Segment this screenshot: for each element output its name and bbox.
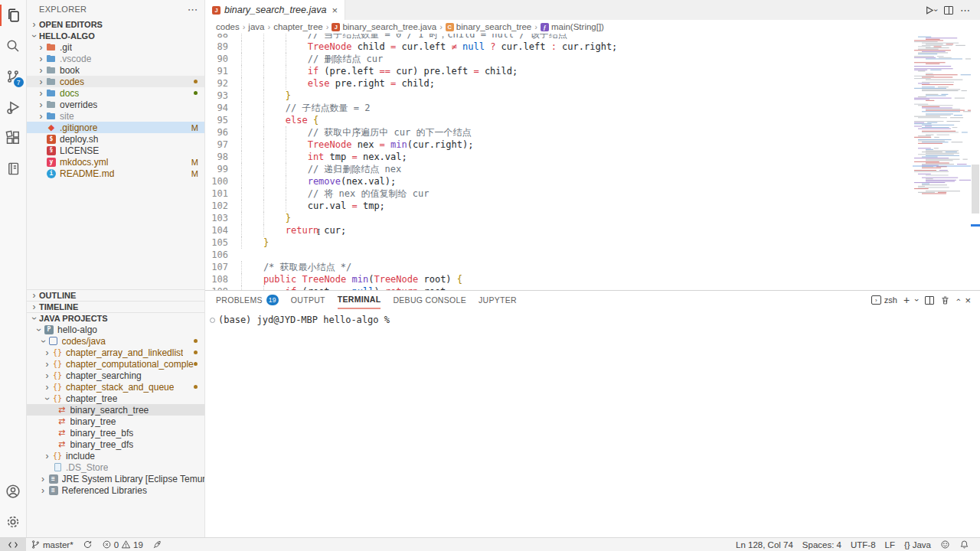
java-tree-item-chapter-computational-complexity[interactable]: ›{}chapter_computational_complexity — [27, 358, 204, 370]
java-tree-item-hello-algo[interactable]: ›Phello-algo — [27, 324, 204, 335]
java-tree-item-chapter-tree[interactable]: ›{}chapter_tree — [27, 393, 204, 404]
notebook-icon[interactable] — [0, 153, 27, 184]
breadcrumb-item[interactable]: Cbinary_search_tree — [446, 22, 531, 31]
notifications-bell-icon[interactable] — [955, 540, 974, 549]
panel-tab-output[interactable]: OUTPUT — [291, 291, 325, 309]
breadcrumb-item[interactable]: java — [248, 22, 264, 31]
code-line-99[interactable]: 99// 递归删除结点 nex — [205, 163, 980, 175]
scrollbar-thumb[interactable] — [972, 165, 979, 214]
code-line-88[interactable]: 88// 当子结点数量 = 0 / 1 时，child = null / 该子结… — [205, 34, 980, 41]
code-line-107[interactable]: 107/* 获取最小结点 */ — [205, 261, 980, 273]
java-tree-item-binary-tree-dfs[interactable]: ⇄binary_tree_dfs — [27, 439, 204, 450]
branch-status[interactable]: master* — [26, 538, 78, 551]
terminal[interactable]: (base) jyd@JYD-MBP hello-algo % — [205, 309, 980, 537]
code-line-93[interactable]: 93} — [205, 90, 980, 102]
tree-item-docs[interactable]: ›docs — [27, 87, 204, 99]
more-actions-icon[interactable]: ⋯ — [188, 3, 198, 15]
breadcrumb-item[interactable]: codes — [216, 22, 240, 31]
code-line-98[interactable]: 98int tmp = nex.val; — [205, 151, 980, 163]
code-line-91[interactable]: 91if (pre.left == cur) pre.left = child; — [205, 65, 980, 77]
account-icon[interactable] — [0, 476, 27, 507]
sync-status[interactable] — [78, 538, 97, 551]
tree-item-mkdocs-yml[interactable]: ymkdocs.ymlM — [27, 156, 204, 168]
extensions-icon[interactable] — [0, 122, 27, 153]
java-tree-item-binary-tree[interactable]: ⇄binary_tree — [27, 416, 204, 427]
java-tree-item-chapter-stack-and-queue[interactable]: ›{}chapter_stack_and_queue — [27, 381, 204, 393]
java-tree-item-include[interactable]: ›{}include — [27, 450, 204, 461]
code-line-94[interactable]: 94// 子结点数量 = 2 — [205, 102, 980, 114]
search-icon[interactable] — [0, 31, 27, 61]
code-line-108[interactable]: 108public TreeNode min(TreeNode root) { — [205, 273, 980, 285]
explorer-icon[interactable] — [0, 0, 27, 31]
panel-tab-debug-console[interactable]: DEBUG CONSOLE — [393, 291, 466, 309]
run-button[interactable]: › — [923, 5, 937, 16]
problems-status[interactable]: 0 19 — [97, 538, 148, 551]
source-control-icon[interactable]: 7 — [0, 61, 27, 92]
java-tree-item-jre-system-library-eclipse-temurin-17-17-[interactable]: ›≡JRE System Library [Eclipse Temurin 17… — [27, 473, 204, 484]
terminal-shell-selector[interactable]: › zsh — [871, 295, 897, 305]
breadcrumb-item[interactable]: chapter_tree — [273, 22, 323, 31]
code-line-106[interactable]: 106 — [205, 249, 980, 261]
code-line-109[interactable]: 109if (root == null) return root; — [205, 285, 980, 290]
panel-tab-problems[interactable]: PROBLEMS19 — [216, 291, 279, 309]
eol-status[interactable]: LF — [880, 540, 900, 549]
tree-item-codes[interactable]: ›codes — [27, 76, 204, 87]
split-editor-icon[interactable] — [944, 6, 953, 15]
settings-gear-icon[interactable] — [0, 507, 27, 537]
tree-item--git[interactable]: ›.git — [27, 41, 204, 53]
code-line-89[interactable]: 89TreeNode child = cur.left ≠ null ? cur… — [205, 41, 980, 53]
java-tree-item-chapter-searching[interactable]: ›{}chapter_searching — [27, 370, 204, 381]
code-line-95[interactable]: 95else { — [205, 114, 980, 126]
workspace-root-section[interactable]: › HELLO-ALGO — [27, 30, 204, 41]
cursor-position[interactable]: Ln 128, Col 74 — [731, 540, 798, 549]
breadcrumb-item[interactable]: Jbinary_search_tree.java — [332, 22, 436, 31]
code-line-103[interactable]: 103} — [205, 212, 980, 224]
encoding-status[interactable]: UTF-8 — [846, 540, 880, 549]
code-line-105[interactable]: 105} — [205, 236, 980, 249]
panel-tab-terminal[interactable]: TERMINAL — [338, 291, 381, 309]
kill-terminal-icon[interactable] — [940, 295, 950, 305]
code-line-102[interactable]: 102cur.val = tmp; — [205, 200, 980, 212]
feedback-smiley-icon[interactable] — [936, 540, 955, 549]
editor-more-actions-icon[interactable]: ⋯ — [960, 5, 971, 16]
java-tree-item-codes-java[interactable]: ›codes/java — [27, 335, 204, 347]
indentation-status[interactable]: Spaces: 4 — [798, 540, 846, 549]
code-line-92[interactable]: 92else pre.right = child; — [205, 77, 980, 90]
run-dropdown-icon[interactable]: › — [932, 8, 940, 11]
java-tree-item-referenced-libraries[interactable]: ›≡Referenced Libraries — [27, 484, 204, 496]
editor-scrollbar[interactable] — [971, 34, 980, 290]
close-tab-icon[interactable]: × — [332, 5, 338, 16]
code-line-100[interactable]: 100remove(nex.val); — [205, 175, 980, 187]
tab-binary-search-tree[interactable]: J binary_search_tree.java × — [205, 0, 345, 20]
maximize-panel-icon[interactable]: › — [953, 298, 962, 302]
timeline-section[interactable]: › TIMELINE — [27, 301, 204, 312]
code-line-97[interactable]: 97TreeNode nex = min(cur.right); — [205, 139, 980, 151]
tree-item-overrides[interactable]: ›overrides — [27, 99, 204, 110]
java-tree-item--ds-store[interactable]: .DS_Store — [27, 461, 204, 473]
tree-item--vscode[interactable]: ›.vscode — [27, 53, 204, 64]
code-line-101[interactable]: 101// 将 nex 的值复制给 cur — [205, 187, 980, 200]
tree-item--gitignore[interactable]: ◆.gitignoreM — [27, 122, 204, 133]
new-terminal-icon[interactable]: + — [903, 294, 910, 306]
code-line-90[interactable]: 90// 删除结点 cur — [205, 53, 980, 65]
close-panel-icon[interactable]: × — [965, 295, 971, 306]
outline-section[interactable]: › OUTLINE — [27, 289, 204, 301]
tree-item-deploy-sh[interactable]: $deploy.sh — [27, 133, 204, 145]
remote-indicator[interactable] — [0, 538, 26, 551]
code-line-96[interactable]: 96// 获取中序遍历中 cur 的下一个结点 — [205, 126, 980, 139]
breadcrumb-item[interactable]: ƒmain(String[]) — [541, 22, 604, 31]
language-mode[interactable]: {} Java — [900, 540, 936, 549]
java-status-rocket-icon[interactable] — [148, 538, 167, 551]
run-debug-icon[interactable] — [0, 92, 27, 122]
open-editors-section[interactable]: › OPEN EDITORS — [27, 18, 204, 30]
tree-item-site[interactable]: ›site — [27, 110, 204, 122]
java-projects-section[interactable]: › JAVA PROJECTS — [27, 312, 204, 324]
minimap[interactable] — [913, 34, 971, 290]
terminal-dropdown-icon[interactable]: › — [913, 298, 922, 302]
panel-tab-jupyter[interactable]: JUPYTER — [479, 291, 517, 309]
code-line-104[interactable]: 104return cur; — [205, 224, 980, 236]
java-tree-item-binary-search-tree[interactable]: ⇄binary_search_tree — [27, 404, 204, 416]
split-terminal-icon[interactable] — [925, 296, 934, 305]
tree-item-license[interactable]: §LICENSE — [27, 145, 204, 156]
tree-item-book[interactable]: ›book — [27, 64, 204, 76]
